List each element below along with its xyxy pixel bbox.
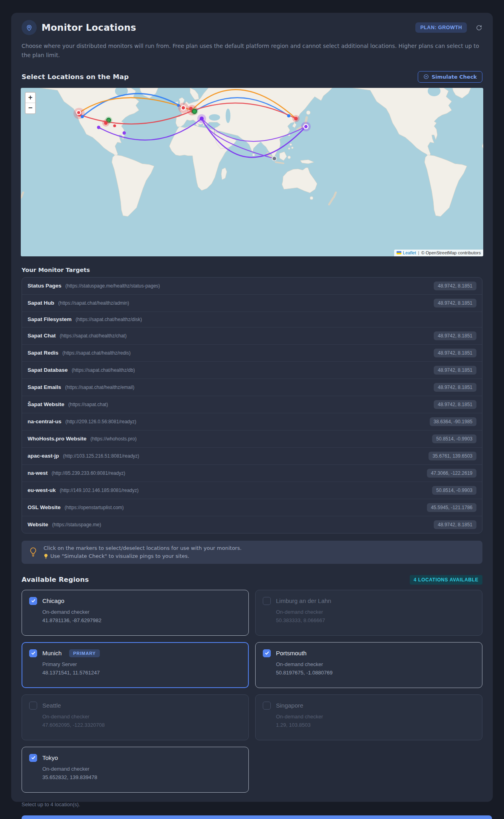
target-coords-badge: 50.8514, -0.9903 xyxy=(432,486,476,495)
ping-particle-red xyxy=(113,124,116,127)
map-attribution: Leaflet | © OpenStreetMap contributors xyxy=(394,250,483,256)
region-card-header: Seattle xyxy=(29,702,241,710)
region-name: Chicago xyxy=(42,597,64,604)
target-row: WhoHosts.pro Website (https://whohosts.p… xyxy=(22,430,482,447)
region-coordinates: 47.6062095, -122.3320708 xyxy=(42,722,241,728)
region-checkbox[interactable] xyxy=(263,597,271,605)
region-coordinates: 35.652832, 139.839478 xyxy=(42,774,241,780)
target-row: Website (https://statuspage.me) 48.9742,… xyxy=(22,516,482,533)
region-card-header: Tokyo xyxy=(29,754,241,762)
target-url: (http://209.126.0.56:8081/readyz) xyxy=(65,419,136,424)
play-circle-icon xyxy=(423,74,429,79)
simulate-check-button[interactable]: Simulate Check xyxy=(418,71,482,83)
target-url: (http://85.239.233.60:8081/readyz) xyxy=(52,470,125,476)
save-locations-button[interactable]: Save Locations xyxy=(22,815,492,819)
region-card[interactable]: Portsmouth On-demand checker 50.8197675,… xyxy=(255,642,482,688)
target-url: (https://whohosts.pro) xyxy=(91,436,137,442)
region-coordinates: 48.1371541, 11.5761247 xyxy=(42,670,241,676)
target-coords-badge: 48.9742, 8.1851 xyxy=(434,400,476,409)
check-icon xyxy=(264,650,270,656)
refresh-icon[interactable] xyxy=(476,24,482,31)
region-card[interactable]: Chicago On-demand checker 41.8781136, -8… xyxy=(22,590,249,636)
region-card-header: Chicago xyxy=(29,597,241,605)
region-checkbox[interactable] xyxy=(29,649,37,657)
target-url: (http://149.102.146.185:8081/readyz) xyxy=(60,488,139,493)
target-row: Sapat Hub (https://sapat.chat/healthz/ad… xyxy=(22,294,482,311)
region-card[interactable]: Munich PRIMARY Primary Server 48.1371541… xyxy=(22,642,249,688)
world-map[interactable]: + − Leaflet | © OpenStreetMap contributo… xyxy=(21,88,483,256)
target-name: Sapat Emails xyxy=(28,384,61,390)
region-name: Singapore xyxy=(276,702,303,709)
region-card-header: Munich PRIMARY xyxy=(29,649,241,657)
target-coords-badge: 35.6761, 139.6503 xyxy=(429,452,476,460)
target-name: Sapat Hub xyxy=(28,300,54,306)
target-name: Sapat Chat xyxy=(28,333,56,339)
target-name: Sapat Database xyxy=(28,367,68,373)
target-coords-badge: 48.9742, 8.1851 xyxy=(434,331,476,340)
region-checkbox[interactable] xyxy=(263,702,271,710)
targets-heading: Your Monitor Targets xyxy=(22,267,482,273)
map-section-title: Select Locations on the Map xyxy=(22,73,129,81)
target-row: Šapat Website (https://sapat.chat) 48.97… xyxy=(22,396,482,413)
region-checkbox[interactable] xyxy=(29,597,37,605)
target-coords-badge: 45.5945, -121.1786 xyxy=(427,503,476,512)
target-url: (https://sapat.chat/healthz/db) xyxy=(72,367,135,373)
marker-na-west-cluster xyxy=(73,108,85,119)
region-subtitle: Primary Server xyxy=(42,661,241,667)
region-subtitle: On-demand checker xyxy=(276,714,475,720)
ping-particle-purple xyxy=(123,131,126,134)
marker-na-central-us xyxy=(102,119,109,127)
region-card-header: Singapore xyxy=(263,702,475,710)
region-card[interactable]: Tokyo On-demand checker 35.652832, 139.8… xyxy=(22,747,249,793)
region-card[interactable]: Seattle On-demand checker 47.6062095, -1… xyxy=(22,694,249,740)
target-name: WhoHosts.pro Website xyxy=(28,436,87,442)
marker-portsmouth xyxy=(178,103,189,113)
target-row: Sapat Chat (https://sapat.chat/healthz/c… xyxy=(22,327,482,344)
lightbulb-small-icon xyxy=(44,553,48,559)
target-coords-badge: 38.6364, -90.1985 xyxy=(430,417,476,426)
target-row: eu-west-uk (http://149.102.146.185:8081/… xyxy=(22,482,482,499)
primary-badge: PRIMARY xyxy=(69,649,99,657)
region-checkbox[interactable] xyxy=(263,649,271,657)
target-row: na-west (http://85.239.233.60:8081/ready… xyxy=(22,464,482,482)
target-url: (https://statuspage.me) xyxy=(52,522,101,527)
region-checkbox[interactable] xyxy=(29,702,37,710)
monitor-targets-list: Status Pages (https://statuspage.me/heal… xyxy=(22,277,482,533)
region-checkbox[interactable] xyxy=(29,754,37,762)
region-card[interactable]: Limburg an der Lahn On-demand checker 50… xyxy=(255,590,482,636)
map-zoom-control: + − xyxy=(25,92,36,114)
region-card[interactable]: Singapore On-demand checker 1.29, 103.85… xyxy=(255,694,482,740)
panel-header: Monitor Locations PLAN: GROWTH xyxy=(16,19,488,35)
target-row: Status Pages (https://statuspage.me/heal… xyxy=(22,278,482,294)
marker-eu-purple xyxy=(197,114,206,123)
target-url: (https://sapat.chat/healthz/redis) xyxy=(62,350,131,356)
page-title: Monitor Locations xyxy=(42,22,136,33)
region-coordinates: 1.29, 103.8503 xyxy=(276,722,475,728)
target-name: Sapat Redis xyxy=(28,350,58,356)
region-card-header: Portsmouth xyxy=(263,649,475,657)
zoom-out-button[interactable]: − xyxy=(26,103,35,113)
region-name: Tokyo xyxy=(42,754,58,761)
region-subtitle: On-demand checker xyxy=(42,766,241,772)
target-url: (https://sapat.chat) xyxy=(68,402,108,407)
marker-singapore xyxy=(272,156,277,161)
page-description: Choose where your distributed monitors w… xyxy=(22,42,482,60)
target-coords-badge: 48.9742, 8.1851 xyxy=(434,366,476,375)
osm-attribution[interactable]: © OpenStreetMap contributors xyxy=(421,250,481,255)
attribution-separator: | xyxy=(418,250,420,255)
plan-badge: PLAN: GROWTH xyxy=(415,22,467,33)
target-coords-badge: 48.9742, 8.1851 xyxy=(434,520,476,529)
zoom-in-button[interactable]: + xyxy=(26,93,35,103)
region-card-header: Limburg an der Lahn xyxy=(263,597,475,605)
leaflet-link[interactable]: Leaflet xyxy=(403,250,416,255)
target-row: apac-east-jp (http://103.125.216.51:8081… xyxy=(22,447,482,464)
target-coords-badge: 50.8514, -0.9903 xyxy=(432,434,476,443)
target-url: (https://openstartuplist.com) xyxy=(65,505,124,510)
tip-line2: Use "Simulate Check" to visualize pings … xyxy=(50,552,189,560)
tip-line1: Click on the markers to select/deselect … xyxy=(44,544,242,552)
target-row: Sapat Filesystem (https://sapat.chat/hea… xyxy=(22,311,482,327)
target-coords-badge: 48.9742, 8.1851 xyxy=(434,383,476,392)
target-url: (https://sapat.chat/healthz/chat) xyxy=(60,333,127,339)
target-name: apac-east-jp xyxy=(28,453,59,459)
target-name: Status Pages xyxy=(28,283,62,289)
